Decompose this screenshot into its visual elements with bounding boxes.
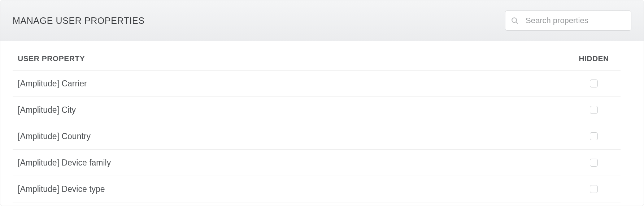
table-scroll[interactable]: USER PROPERTY HIDDEN [Amplitude] Carrier… [13, 54, 631, 206]
hidden-cell [572, 80, 615, 87]
table-row: [Amplitude] City [13, 97, 621, 123]
hidden-cell [572, 185, 615, 193]
property-name: [Amplitude] Country [18, 132, 572, 141]
hidden-checkbox[interactable] [590, 80, 598, 87]
hidden-cell [572, 106, 615, 114]
property-name: [Amplitude] Carrier [18, 79, 572, 89]
hidden-checkbox[interactable] [590, 185, 598, 193]
hidden-checkbox[interactable] [590, 106, 598, 114]
manage-user-properties-panel: MANAGE USER PROPERTIES USER PROPERTY HID… [0, 0, 644, 206]
property-name: [Amplitude] City [18, 105, 572, 115]
table-row: [Amplitude] Device type [13, 176, 621, 202]
page-title: MANAGE USER PROPERTIES [13, 16, 145, 26]
column-header-hidden: HIDDEN [572, 54, 615, 63]
hidden-cell [572, 132, 615, 140]
properties-table: USER PROPERTY HIDDEN [Amplitude] Carrier… [0, 41, 644, 206]
table-row: [Amplitude] Country [13, 123, 621, 150]
search-input[interactable] [505, 10, 631, 31]
table-row: [Amplitude] Carrier [13, 70, 621, 97]
hidden-cell [572, 159, 615, 167]
property-name: [Amplitude] Device type [18, 184, 572, 194]
property-name: [Amplitude] Device family [18, 158, 572, 168]
hidden-checkbox[interactable] [590, 132, 598, 140]
table-row: [Amplitude] Device family [13, 150, 621, 176]
column-header-name: USER PROPERTY [18, 54, 572, 63]
table-header-row: USER PROPERTY HIDDEN [13, 54, 621, 70]
hidden-checkbox[interactable] [590, 159, 598, 167]
panel-header: MANAGE USER PROPERTIES [0, 0, 644, 41]
search-container [505, 10, 631, 31]
